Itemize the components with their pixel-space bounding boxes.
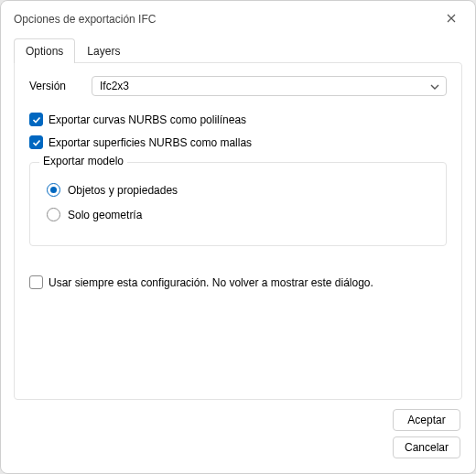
remember-label: Usar siempre esta configuración. No volv… — [49, 276, 373, 289]
tab-options-label: Options — [26, 45, 63, 58]
radio-unselected-icon — [47, 208, 60, 221]
close-button[interactable] — [435, 8, 468, 30]
remember-checkbox[interactable]: Usar siempre esta configuración. No volv… — [29, 275, 447, 289]
checkbox-unchecked-icon — [29, 275, 43, 289]
tab-layers[interactable]: Layers — [75, 38, 132, 63]
version-select-wrap: Ifc2x3 — [92, 76, 447, 96]
version-label: Versión — [29, 80, 66, 92]
version-select[interactable]: Ifc2x3 — [92, 76, 447, 96]
window-title: Opciones de exportación IFC — [14, 13, 156, 26]
export-surfaces-checkbox[interactable]: Exportar superficies NURBS como mallas — [29, 135, 447, 149]
radio-geometry-label: Solo geometría — [68, 209, 142, 221]
close-icon — [447, 13, 456, 26]
tab-layers-label: Layers — [87, 45, 120, 58]
radio-selected-icon — [47, 183, 60, 197]
export-model-group: Exportar modelo Objetos y propiedades So… — [29, 162, 447, 246]
titlebar: Opciones de exportación IFC — [1, 1, 475, 38]
ifc-export-dialog: Opciones de exportación IFC Options Laye… — [0, 0, 476, 474]
radio-objects[interactable]: Objetos y propiedades — [47, 183, 433, 197]
tabbar: Options Layers — [1, 38, 475, 62]
radio-geometry[interactable]: Solo geometría — [47, 208, 433, 221]
checkbox-checked-icon — [29, 135, 43, 149]
accept-button[interactable]: Aceptar — [393, 409, 460, 431]
accept-button-label: Aceptar — [407, 414, 445, 426]
export-curves-label: Exportar curvas NURBS como polilíneas — [49, 113, 246, 126]
radio-objects-label: Objetos y propiedades — [68, 184, 178, 197]
cancel-button[interactable]: Cancelar — [393, 436, 460, 458]
export-surfaces-label: Exportar superficies NURBS como mallas — [49, 136, 252, 149]
version-selected-value: Ifc2x3 — [100, 80, 129, 92]
export-curves-checkbox[interactable]: Exportar curvas NURBS como polilíneas — [29, 113, 447, 126]
checkbox-checked-icon — [29, 113, 43, 126]
version-row: Versión Ifc2x3 — [29, 76, 447, 96]
dialog-buttons: Aceptar Cancelar — [1, 409, 475, 473]
cancel-button-label: Cancelar — [405, 441, 449, 454]
tab-options[interactable]: Options — [14, 38, 75, 63]
options-panel: Versión Ifc2x3 Exportar curvas NURBS com… — [14, 62, 462, 400]
export-model-legend: Exportar modelo — [39, 155, 127, 167]
